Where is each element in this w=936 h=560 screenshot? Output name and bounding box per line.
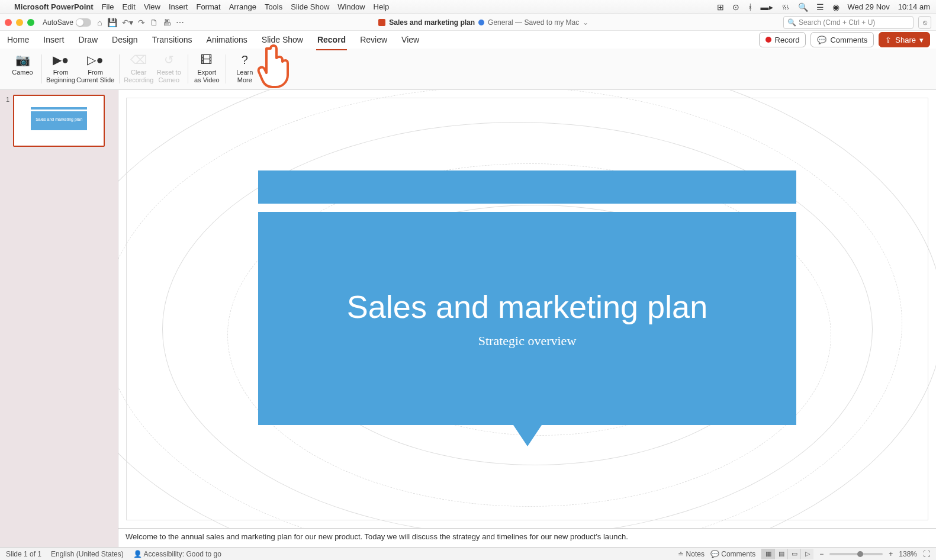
- slide-number-label: 1: [6, 95, 9, 147]
- document-title[interactable]: Sales and marketing plan: [389, 18, 475, 27]
- slide-title[interactable]: Sales and marketing plan: [347, 288, 707, 325]
- notes-toggle[interactable]: ≐ Notes: [678, 550, 705, 558]
- tab-design[interactable]: Design: [111, 33, 139, 47]
- chevron-down-icon[interactable]: ⌄: [583, 18, 588, 27]
- menu-window[interactable]: Window: [337, 2, 365, 11]
- zoom-level[interactable]: 138%: [899, 550, 917, 558]
- share-button-label: Share: [895, 36, 916, 44]
- search-icon: 🔍: [787, 18, 796, 27]
- extensions-icon[interactable]: ⊞: [717, 2, 724, 12]
- chevron-down-icon: ▾: [919, 36, 924, 44]
- clear-recording-icon: ⌫: [130, 52, 147, 67]
- thumb-title: Sales and marketing plan: [18, 117, 100, 121]
- zoom-in-button[interactable]: +: [889, 550, 893, 558]
- export-video-icon: 🎞: [198, 52, 215, 67]
- speech-pointer-icon: [513, 425, 542, 446]
- activity-icon[interactable]: ⎋: [918, 16, 931, 29]
- print-icon[interactable]: 🖶: [163, 18, 171, 27]
- tab-animations[interactable]: Animations: [205, 33, 249, 47]
- control-center-icon[interactable]: ☰: [816, 2, 824, 12]
- normal-view-button[interactable]: ▦: [761, 549, 774, 559]
- fit-window-button[interactable]: ⛶: [923, 550, 930, 558]
- menubar-date[interactable]: Wed 29 Nov: [848, 2, 890, 11]
- more-icon[interactable]: ⋯: [176, 18, 184, 27]
- slide-subtitle[interactable]: Strategic overview: [478, 333, 577, 349]
- slide-canvas[interactable]: Sales and marketing plan Strategic overv…: [118, 90, 936, 528]
- menu-insert[interactable]: Insert: [169, 2, 188, 11]
- sorter-view-button[interactable]: ▤: [774, 549, 787, 559]
- tab-draw[interactable]: Draw: [77, 33, 99, 47]
- menu-format[interactable]: Format: [196, 2, 220, 11]
- accessibility-status[interactable]: 👤 Accessibility: Good to go: [133, 550, 221, 558]
- redo-icon[interactable]: ↷: [138, 18, 145, 27]
- window-titlebar: AutoSave ⌂ 💾 ↶▾ ↷ 🗋 🖶 ⋯ Sales and market…: [0, 14, 936, 31]
- comments-button-label: Comments: [830, 36, 867, 44]
- quick-access-toolbar: ⌂ 💾 ↶▾ ↷ 🗋 🖶 ⋯: [97, 18, 184, 27]
- reset-cameo-icon: ↺: [160, 52, 177, 67]
- reading-view-button[interactable]: ▭: [787, 549, 800, 559]
- notes-pane[interactable]: Welcome to the annual sales and marketin…: [118, 528, 936, 547]
- tab-record[interactable]: Record: [316, 33, 347, 47]
- menu-help[interactable]: Help: [374, 2, 390, 11]
- slide-counter[interactable]: Slide 1 of 1: [6, 550, 41, 558]
- from-beginning-label: From Beginning: [46, 69, 75, 83]
- bluetooth-icon[interactable]: ᚼ: [748, 2, 752, 12]
- language-status[interactable]: English (United States): [51, 550, 124, 558]
- play-icon[interactable]: ⊙: [732, 2, 739, 12]
- tab-home[interactable]: Home: [6, 33, 30, 47]
- search-placeholder: Search (Cmd + Ctrl + U): [799, 18, 875, 27]
- slideshow-view-button[interactable]: ▷: [800, 549, 813, 559]
- reset-cameo-button: ↺ Reset to Cameo: [155, 51, 183, 83]
- sensitivity-label[interactable]: General — Saved to my Mac: [488, 18, 579, 27]
- menu-edit[interactable]: Edit: [123, 2, 136, 11]
- tab-slideshow[interactable]: Slide Show: [260, 33, 304, 47]
- menu-tools[interactable]: Tools: [265, 2, 282, 11]
- close-button[interactable]: [5, 19, 12, 26]
- battery-icon[interactable]: ▬▸: [761, 2, 773, 12]
- zoom-slider[interactable]: [829, 553, 883, 555]
- search-input[interactable]: 🔍 Search (Cmd + Ctrl + U): [783, 16, 914, 29]
- view-mode-buttons: ▦ ▤ ▭ ▷: [761, 549, 813, 559]
- save-icon[interactable]: 💾: [107, 18, 117, 27]
- cameo-button[interactable]: 📷 Cameo: [8, 51, 37, 76]
- menu-arrange[interactable]: Arrange: [229, 2, 256, 11]
- minimize-button[interactable]: [16, 19, 23, 26]
- export-video-button[interactable]: 🎞 Export as Video: [192, 51, 221, 83]
- share-icon: ⇪: [885, 36, 892, 44]
- slide-thumbnail[interactable]: Sales and marketing plan: [13, 95, 105, 147]
- menu-view[interactable]: View: [144, 2, 160, 11]
- menu-file[interactable]: File: [102, 2, 114, 11]
- maximize-button[interactable]: [27, 19, 34, 26]
- spotlight-icon[interactable]: 🔍: [798, 2, 808, 12]
- siri-icon[interactable]: ◉: [832, 2, 839, 12]
- comments-button[interactable]: 💬Comments: [810, 32, 874, 47]
- share-button[interactable]: ⇪Share▾: [879, 32, 930, 47]
- reset-cameo-label: Reset to Cameo: [157, 69, 181, 83]
- menubar-time[interactable]: 10:14 am: [898, 2, 930, 11]
- tab-insert[interactable]: Insert: [42, 33, 65, 47]
- slide-title-box[interactable]: Sales and marketing plan Strategic overv…: [258, 212, 796, 425]
- slide-editor: Sales and marketing plan Strategic overv…: [118, 90, 936, 547]
- learn-more-label: Learn More: [236, 69, 253, 83]
- wifi-icon[interactable]: ᯾: [781, 2, 790, 12]
- menu-slideshow[interactable]: Slide Show: [291, 2, 329, 11]
- record-button[interactable]: Record: [759, 32, 806, 47]
- learn-more-button[interactable]: ? Learn More: [230, 51, 259, 83]
- clear-recording-button: ⌫ Clear Recording: [124, 51, 153, 83]
- app-name[interactable]: Microsoft PowerPoint: [14, 2, 94, 11]
- tab-review[interactable]: Review: [359, 33, 388, 47]
- comments-toggle[interactable]: 💬 Comments: [710, 550, 755, 558]
- from-current-button[interactable]: ▷● From Current Slide: [76, 51, 114, 83]
- autosave-toggle[interactable]: AutoSave: [43, 18, 91, 27]
- slide-thumbnail-pane[interactable]: 1 Sales and marketing plan: [0, 90, 118, 547]
- sensitivity-badge-icon: [478, 20, 484, 25]
- tab-view[interactable]: View: [400, 33, 420, 47]
- zoom-out-button[interactable]: −: [819, 550, 824, 558]
- tab-transitions[interactable]: Transitions: [151, 33, 194, 47]
- undo-icon[interactable]: ↶▾: [122, 18, 133, 27]
- from-beginning-button[interactable]: ▶● From Beginning: [46, 51, 75, 83]
- toggle-switch[interactable]: [76, 18, 91, 27]
- from-current-label: From Current Slide: [76, 69, 114, 83]
- file-icon[interactable]: 🗋: [150, 18, 158, 27]
- home-icon[interactable]: ⌂: [97, 18, 102, 27]
